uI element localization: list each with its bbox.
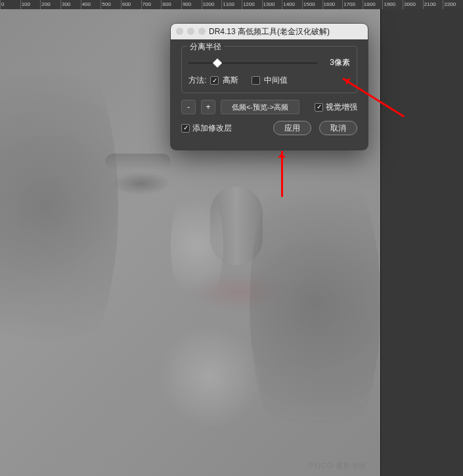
cancel-button[interactable]: 取消: [319, 121, 357, 135]
visual-enhance-checkbox[interactable]: [315, 103, 323, 112]
increase-button[interactable]: +: [201, 100, 215, 114]
add-layer-label: 添加修改层: [192, 123, 232, 134]
minimize-icon[interactable]: [187, 28, 194, 35]
radius-value: 3像素: [324, 57, 350, 68]
apply-button[interactable]: 应用: [273, 121, 311, 135]
workspace-sidebar: [381, 9, 463, 476]
median-checkbox[interactable]: [252, 76, 260, 85]
horizontal-ruler: 0100200300400500600700800900100011001200…: [0, 0, 463, 9]
preview-toggle-button[interactable]: 低频<-预览->高频: [221, 100, 299, 114]
add-layer-checkbox[interactable]: [181, 124, 190, 133]
gaussian-label: 高斯: [223, 75, 238, 86]
watermark-text: POCO 摄影专区: [309, 461, 367, 471]
radius-label: 分离半径: [187, 41, 224, 53]
gaussian-checkbox[interactable]: [210, 76, 219, 85]
radius-group: 分离半径 3像素 方法: 高斯 中间值: [181, 46, 357, 93]
decrease-button[interactable]: -: [181, 100, 196, 114]
maximize-icon[interactable]: [198, 28, 206, 35]
median-label: 中间值: [264, 75, 288, 86]
frequency-separation-dialog: DR4.13 高低频工具(老金汉化破解) 分离半径 3像素 方法: 高斯 中间值: [171, 24, 368, 150]
radius-slider[interactable]: [188, 59, 317, 67]
dialog-title: DR4.13 高低频工具(老金汉化破解): [209, 27, 330, 36]
close-icon[interactable]: [176, 28, 183, 35]
annotation-arrow-2: [281, 151, 283, 197]
window-controls: [176, 28, 206, 35]
visual-enhance-label: 视觉增强: [326, 102, 357, 113]
dialog-titlebar[interactable]: DR4.13 高低频工具(老金汉化破解): [171, 24, 368, 39]
method-label: 方法:: [188, 75, 206, 86]
